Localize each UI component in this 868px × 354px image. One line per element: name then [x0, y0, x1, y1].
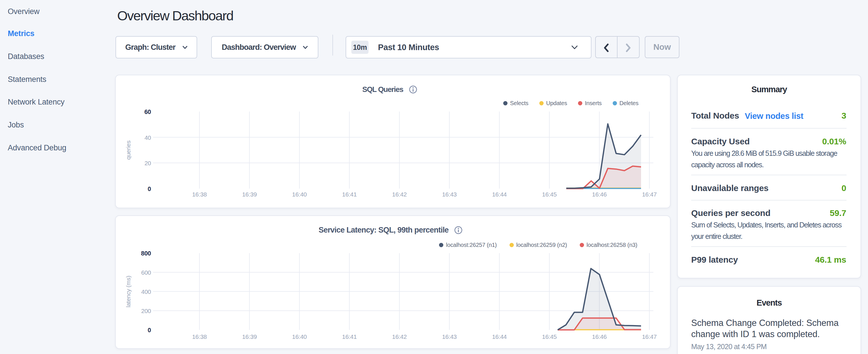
svg-text:400: 400 — [141, 288, 151, 295]
svg-text:16:43: 16:43 — [442, 333, 457, 340]
svg-text:16:38: 16:38 — [192, 191, 207, 198]
svg-text:16:46: 16:46 — [592, 191, 607, 198]
svg-text:20: 20 — [145, 160, 151, 166]
svg-text:800: 800 — [141, 250, 151, 257]
svg-text:16:39: 16:39 — [242, 333, 257, 340]
svg-text:16:38: 16:38 — [192, 333, 207, 340]
svg-text:16:45: 16:45 — [542, 333, 557, 340]
svg-text:latency (ms): latency (ms) — [125, 276, 131, 308]
svg-text:16:43: 16:43 — [442, 191, 457, 198]
svg-text:0: 0 — [148, 327, 151, 334]
svg-text:0: 0 — [148, 186, 151, 192]
svg-text:16:46: 16:46 — [592, 333, 607, 340]
svg-text:queries: queries — [125, 141, 131, 160]
svg-text:16:40: 16:40 — [292, 191, 307, 198]
svg-text:60: 60 — [145, 108, 151, 116]
svg-text:40: 40 — [145, 134, 151, 141]
svg-text:16:42: 16:42 — [392, 191, 407, 198]
svg-text:16:44: 16:44 — [492, 191, 507, 198]
svg-text:16:39: 16:39 — [242, 191, 257, 198]
svg-text:16:40: 16:40 — [292, 333, 307, 340]
svg-text:600: 600 — [141, 269, 151, 276]
svg-text:16:41: 16:41 — [342, 191, 357, 198]
svg-text:16:45: 16:45 — [542, 191, 557, 198]
svg-text:16:47: 16:47 — [642, 333, 656, 340]
svg-text:200: 200 — [141, 308, 151, 314]
svg-text:16:41: 16:41 — [342, 333, 357, 340]
svg-text:16:47: 16:47 — [642, 191, 656, 198]
svg-text:16:44: 16:44 — [492, 333, 507, 340]
svg-text:16:42: 16:42 — [392, 333, 407, 340]
